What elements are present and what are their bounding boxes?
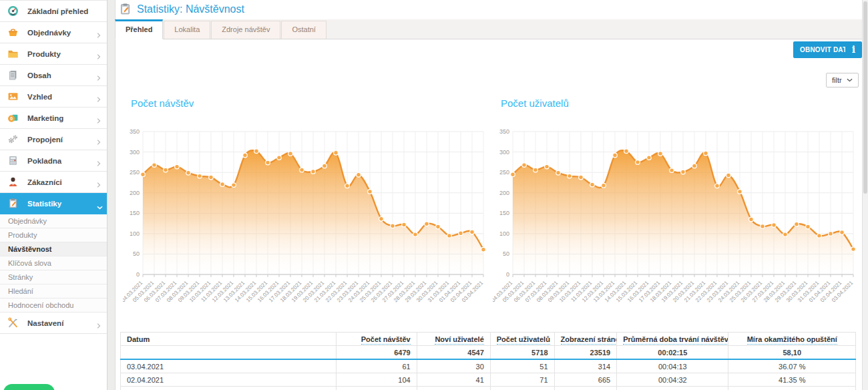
table-header-sort-link[interactable]: Zobrazení stránek <box>561 335 617 345</box>
sidebar-subitem-label: Objednávky <box>8 217 47 225</box>
image-icon <box>7 91 19 102</box>
document-icon <box>7 69 19 81</box>
sidebar-item-label: Obsah <box>27 71 51 79</box>
sidebar-item-vzhled[interactable]: Vzhled <box>0 86 107 108</box>
gears-icon <box>7 134 19 145</box>
sidebar-item-propojeni[interactable]: Propojení <box>0 129 107 150</box>
stats-table-wrap: DatumPočet návštěvNoví uživateléPočet už… <box>120 332 856 390</box>
table-cell: 104 <box>336 373 417 387</box>
svg-text:250: 250 <box>499 169 509 176</box>
folder-icon <box>7 48 19 59</box>
chart-visits-plot: 05010015020025030035004.03.202105.03.202… <box>123 115 490 313</box>
sidebar-item-zakaznici[interactable]: Zákazníci <box>0 172 107 193</box>
table-summary-row: 6479454757182351900:02:1558,10 <box>121 346 856 360</box>
marketing-icon: 0 <box>7 112 19 124</box>
chevron-right-icon <box>97 93 101 100</box>
chevron-right-icon <box>97 72 101 79</box>
table-cell: 51 <box>490 359 554 373</box>
green-floating-button[interactable] <box>3 384 55 390</box>
sidebar-item-label: Objednávky <box>27 29 71 37</box>
sidebar-item-stat-hodnoceni-obchodu[interactable]: Hodnocení obchodu <box>0 299 107 313</box>
sidebar-item-statistiky[interactable]: Statistiky <box>0 193 107 214</box>
sidebar-content-gap <box>107 0 116 390</box>
table-row-partial <box>121 387 856 390</box>
table-header-sort-link[interactable]: Noví uživatelé <box>435 335 483 345</box>
sidebar-subitem-label: Návštěvnost <box>8 245 51 253</box>
sidebar-item-stat-klicova-slova[interactable]: Klíčová slova <box>0 256 107 270</box>
table-header-sort-link[interactable]: Počet návštěv <box>361 335 411 345</box>
sidebar-item-stat-navstevnost[interactable]: Návštěvnost <box>0 242 107 256</box>
chart-users-plot: 05010015020025030035004.03.202105.03.202… <box>493 115 860 313</box>
sidebar-item-zakladni-prehled[interactable]: Základní přehled <box>0 0 107 22</box>
info-button[interactable]: i <box>845 41 862 58</box>
table-header-4[interactable]: Zobrazení stránek <box>554 333 617 346</box>
tab-ostatni[interactable]: Ostatní <box>281 21 326 39</box>
svg-text:0: 0 <box>136 271 140 278</box>
table-header-3[interactable]: Počet uživatelů <box>490 333 554 346</box>
chevron-down-icon <box>97 200 101 207</box>
sidebar-item-label: Produkty <box>27 50 61 58</box>
sidebar-item-nastaveni[interactable]: Nastavení <box>0 313 107 334</box>
table-header-sort-link[interactable]: Počet uživatelů <box>497 335 550 345</box>
sidebar-item-stat-produkty[interactable]: Produkty <box>0 228 107 242</box>
sidebar-item-label: Marketing <box>27 114 63 122</box>
table-cell <box>554 387 617 390</box>
svg-text:150: 150 <box>130 210 140 216</box>
table-cell <box>728 387 856 390</box>
chevron-right-icon <box>97 115 101 122</box>
tab-lokalita[interactable]: Lokalita <box>164 21 210 39</box>
sidebar-item-stat-hledani[interactable]: Hledání <box>0 284 107 299</box>
sidebar-item-stat-objednavky[interactable]: Objednávky <box>0 214 107 228</box>
sidebar-item-objednavky[interactable]: Objednávky <box>0 22 107 43</box>
sidebar-item-marketing[interactable]: 0Marketing <box>0 108 107 129</box>
sidebar-item-obsah[interactable]: Obsah <box>0 65 107 86</box>
sidebar-item-produkty[interactable]: Produkty <box>0 43 107 65</box>
table-header-6[interactable]: Míra okamžitého opuštění <box>728 333 856 346</box>
sidebar-subitem-label: Hodnocení obchodu <box>8 301 73 309</box>
table-cell: 5718 <box>490 346 554 360</box>
clipboard-icon <box>7 198 19 209</box>
sidebar-item-label: Vzhled <box>27 93 52 101</box>
chart-users: Počet uživatelů 05010015020025030035004.… <box>493 98 864 313</box>
sidebar-item-pokladna[interactable]: Pokladna <box>0 150 107 172</box>
filter-dropdown[interactable]: filtr <box>826 73 859 87</box>
chart-visits: Počet návštěv 05010015020025030035004.03… <box>123 98 494 313</box>
sidebar: Základní přehledObjednávkyProduktyObsahV… <box>0 0 107 390</box>
table-header-sort-link[interactable]: Průměrná doba trvání návštěvy <box>623 335 728 345</box>
calculator-icon <box>7 155 19 166</box>
table-cell: 00:04:13 <box>617 359 728 373</box>
table-header-5[interactable]: Průměrná doba trvání návštěvy <box>617 333 728 346</box>
page-title-text: Statistiky: Návštěvnost <box>137 3 244 15</box>
chevron-down-icon <box>847 78 853 82</box>
table-cell <box>617 387 728 390</box>
tab-zdroje-navstev[interactable]: Zdroje návštěv <box>211 21 280 39</box>
table-cell: 4547 <box>417 346 490 360</box>
table-cell: 03.04.2021 <box>121 359 337 373</box>
tab-prehled[interactable]: Přehled <box>115 19 163 39</box>
basket-icon <box>7 27 19 38</box>
table-cell: 71 <box>490 373 554 387</box>
stats-table: DatumPočet návštěvNoví uživateléPočet už… <box>120 332 856 390</box>
sidebar-subitem-label: Stránky <box>8 273 33 281</box>
table-cell: 41 <box>417 373 490 387</box>
sidebar-item-label: Pokladna <box>27 157 61 165</box>
sidebar-item-stat-stranky[interactable]: Stránky <box>0 270 107 284</box>
table-header-2[interactable]: Noví uživatelé <box>417 333 490 346</box>
page-scrollbar[interactable] <box>862 0 868 390</box>
table-cell: 36.07 % <box>728 359 856 373</box>
table-cell: 6479 <box>336 346 417 360</box>
table-header-sort-link[interactable]: Míra okamžitého opuštění <box>747 335 837 345</box>
sidebar-item-label: Propojení <box>27 136 63 144</box>
table-cell: 30 <box>417 359 490 373</box>
scrollbar-thumb[interactable] <box>863 1 867 194</box>
svg-text:0: 0 <box>506 271 509 278</box>
svg-text:200: 200 <box>499 190 509 196</box>
gauge-icon <box>7 5 19 17</box>
table-cell: 41.35 % <box>728 373 856 387</box>
table-header-0: Datum <box>121 333 337 346</box>
table-row: 02.04.2021104417166500:04:3241.35 % <box>121 373 856 387</box>
svg-text:150: 150 <box>499 210 509 216</box>
table-cell: 665 <box>554 373 617 387</box>
chevron-right-icon <box>97 179 101 186</box>
table-header-1[interactable]: Počet návštěv <box>336 333 417 346</box>
